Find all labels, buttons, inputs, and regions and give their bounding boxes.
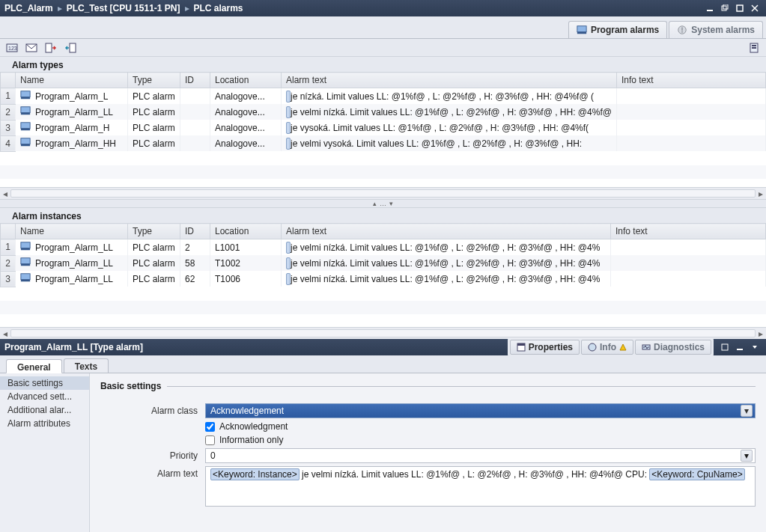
col-alarm-text[interactable]: Alarm text: [282, 224, 611, 239]
cell-type: PLC alarm: [128, 88, 180, 105]
alarm-instances-hscroll[interactable]: ◂ ▸: [0, 327, 766, 339]
cell-name[interactable]: Program_Alarm_HH: [16, 135, 128, 151]
priority-input[interactable]: 0 ▾: [205, 448, 756, 463]
svg-rect-14: [70, 43, 76, 52]
email-icon[interactable]: [24, 40, 39, 55]
toggle-hex-icon[interactable]: 123: [4, 40, 19, 55]
cell-alarm-text[interactable]: je velmi nízká. Limit values LL: @1%f@ ,…: [282, 104, 617, 120]
window-min-icon[interactable]: [703, 2, 717, 14]
scroll-left-icon[interactable]: ◂: [0, 328, 10, 339]
cell-alarm-text[interactable]: je nízká. Limit values LL: @1%f@ , L: @2…: [282, 88, 617, 105]
panel-options-icon[interactable]: [747, 40, 762, 55]
alarm-icon: [20, 137, 31, 150]
col-info-text[interactable]: Info text: [616, 73, 765, 88]
window-max-icon[interactable]: [733, 2, 747, 14]
cell-alarm-text[interactable]: je vysoká. Limit values LL: @1%f@ , L: @…: [282, 120, 617, 135]
export-right-icon[interactable]: [43, 40, 58, 55]
table-row[interactable]: 4 Program_Alarm_HH PLC alarm Analogove..…: [1, 135, 766, 151]
cell-name[interactable]: Program_Alarm_LL: [16, 104, 128, 120]
col-id[interactable]: ID: [180, 73, 210, 88]
alarm-class-value: Acknowledgement: [210, 406, 284, 416]
cell-location: Analogove...: [210, 135, 282, 151]
row-number: 1: [1, 88, 16, 105]
alarm-class-select[interactable]: Acknowledgement ▾: [205, 403, 756, 418]
cell-alarm-text[interactable]: je velmi nízká. Limit values LL: @1%f@ ,…: [282, 239, 611, 256]
alarm-instances-grid[interactable]: Name Type ID Location Alarm text Info te…: [0, 223, 766, 339]
breadcrumb-1[interactable]: PLC_Alarm: [4, 3, 53, 13]
tab-info[interactable]: Info: [581, 340, 633, 355]
table-row[interactable]: 3 Program_Alarm_LL PLC alarm 62 T1006 je…: [1, 271, 766, 287]
tab-texts[interactable]: Texts: [64, 358, 109, 373]
nav-basic-settings[interactable]: Basic settings: [0, 376, 89, 390]
table-row[interactable]: 3 Program_Alarm_H PLC alarm Analogove...…: [1, 120, 766, 135]
window-controls: [703, 2, 762, 14]
alarm-text-input[interactable]: <Keyword: Instance> je velmi nízká. Limi…: [205, 466, 756, 507]
scroll-right-icon[interactable]: ▸: [756, 188, 766, 199]
cell-id: 2: [180, 239, 210, 256]
breadcrumb-3[interactable]: PLC alarms: [194, 3, 243, 13]
col-location[interactable]: Location: [210, 224, 282, 239]
cell-name[interactable]: Program_Alarm_L: [16, 88, 128, 105]
table-row[interactable]: 2 Program_Alarm_LL PLC alarm 58 T1002 je…: [1, 255, 766, 271]
svg-rect-28: [21, 258, 30, 264]
panel-dropdown-icon[interactable]: [748, 341, 762, 353]
col-type[interactable]: Type: [128, 224, 180, 239]
properties-title-bar: Program_Alarm_LL [Type alarm] Properties…: [0, 339, 766, 355]
cell-alarm-text[interactable]: je velmi vysoká. Limit values LL: @1%f@ …: [282, 135, 617, 151]
nav-alarm-attributes[interactable]: Alarm attributes: [0, 417, 89, 430]
window-close-icon[interactable]: [748, 2, 762, 14]
cell-info-text: [616, 104, 765, 120]
col-info-text[interactable]: Info text: [611, 224, 766, 239]
properties-side-nav: Basic settings Advanced sett... Addition…: [0, 373, 90, 532]
nav-additional-alarms[interactable]: Additional alar...: [0, 403, 89, 417]
col-alarm-text[interactable]: Alarm text: [282, 73, 617, 88]
dropdown-caret-icon: ▾: [741, 450, 753, 462]
window-restore-icon[interactable]: [718, 2, 732, 14]
nav-advanced-settings[interactable]: Advanced sett...: [0, 390, 89, 403]
table-row[interactable]: 2 Program_Alarm_LL PLC alarm Analogove..…: [1, 104, 766, 120]
cell-name[interactable]: Program_Alarm_LL: [16, 271, 128, 287]
col-id[interactable]: ID: [180, 224, 210, 239]
import-left-icon[interactable]: [63, 40, 78, 55]
cell-name[interactable]: Program_Alarm_LL: [16, 239, 128, 256]
alarm-types-grid[interactable]: Name Type ID Location Alarm text Info te…: [0, 72, 766, 199]
svg-rect-29: [21, 264, 30, 266]
scroll-right-icon[interactable]: ▸: [756, 328, 766, 339]
acknowledgment-checkbox-input[interactable]: [205, 422, 215, 432]
alarm-types-hscroll[interactable]: ◂ ▸: [0, 187, 766, 199]
col-type[interactable]: Type: [128, 73, 180, 88]
program-alarms-icon: [577, 25, 587, 35]
tab-properties[interactable]: Properties: [510, 340, 580, 355]
breadcrumb-2[interactable]: PLC_Test [CPU 1511-1 PN]: [67, 3, 180, 13]
cell-info-text: [611, 239, 766, 256]
cell-alarm-text[interactable]: je velmi nízká. Limit values LL: @1%f@ ,…: [282, 271, 611, 287]
table-row[interactable]: 1 Program_Alarm_LL PLC alarm 2 L1001 je …: [1, 239, 766, 256]
col-name[interactable]: Name: [16, 224, 128, 239]
acknowledgment-checkbox[interactable]: Acknowledgment: [205, 421, 756, 432]
col-location[interactable]: Location: [210, 73, 282, 88]
scroll-left-icon[interactable]: ◂: [0, 188, 10, 199]
svg-rect-26: [21, 242, 30, 248]
collapse-up-icon: ▴: [373, 200, 377, 207]
alarm-icon: [20, 241, 31, 254]
tab-program-alarms[interactable]: Program alarms: [568, 21, 667, 38]
cell-name[interactable]: Program_Alarm_LL: [16, 255, 128, 271]
cell-type: PLC alarm: [128, 104, 180, 120]
cell-name[interactable]: Program_Alarm_H: [16, 120, 128, 135]
tab-system-alarms[interactable]: System alarms: [669, 21, 763, 38]
cell-info-text: [616, 135, 765, 151]
information-only-checkbox-input[interactable]: [205, 435, 215, 445]
col-name[interactable]: Name: [16, 73, 128, 88]
acknowledgment-checkbox-label: Acknowledgment: [219, 421, 288, 432]
keyword-instance-token: [286, 257, 291, 269]
svg-rect-16: [752, 45, 756, 46]
information-only-checkbox[interactable]: Information only: [205, 435, 756, 445]
splitter-handle[interactable]: ▴ … ▾: [0, 199, 766, 208]
tab-general[interactable]: General: [6, 359, 62, 373]
cell-alarm-text[interactable]: je velmi nízká. Limit values LL: @1%f@ ,…: [282, 255, 611, 271]
table-row[interactable]: 1 Program_Alarm_L PLC alarm Analogove...…: [1, 88, 766, 105]
panel-minimize-icon[interactable]: [733, 341, 747, 353]
information-only-checkbox-label: Information only: [219, 435, 283, 445]
tab-diagnostics[interactable]: Diagnostics: [635, 340, 711, 355]
panel-float-icon[interactable]: [718, 341, 732, 353]
